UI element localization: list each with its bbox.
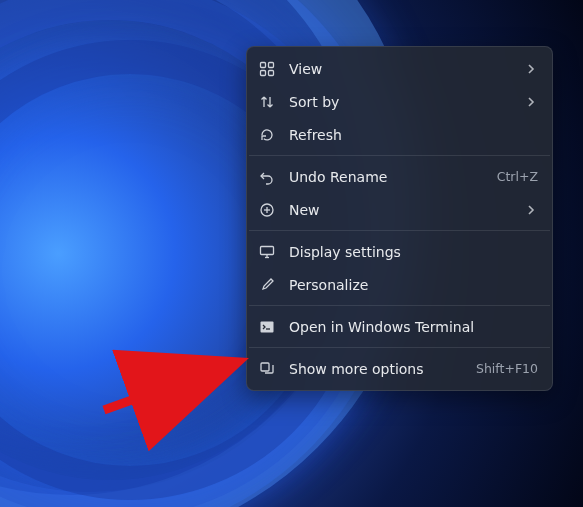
menu-item-display-settings[interactable]: Display settings [247,235,552,268]
svg-rect-12 [261,363,269,371]
svg-rect-2 [261,70,266,75]
menu-item-label: Personalize [289,277,538,293]
new-icon [259,202,275,218]
menu-item-label: Sort by [289,94,524,110]
menu-item-undo[interactable]: Undo Rename Ctrl+Z [247,160,552,193]
menu-separator [249,305,550,306]
terminal-icon [259,319,275,335]
menu-item-label: View [289,61,524,77]
menu-item-refresh[interactable]: Refresh [247,118,552,151]
menu-item-label: New [289,202,524,218]
menu-separator [249,230,550,231]
chevron-right-icon [524,62,538,76]
menu-separator [249,347,550,348]
menu-item-label: Show more options [289,361,468,377]
view-icon [259,61,275,77]
menu-item-label: Display settings [289,244,538,260]
menu-item-view[interactable]: View [247,52,552,85]
menu-item-new[interactable]: New [247,193,552,226]
menu-item-shortcut: Shift+F10 [476,361,538,376]
svg-rect-0 [261,62,266,67]
menu-item-terminal[interactable]: Open in Windows Terminal [247,310,552,343]
menu-item-label: Undo Rename [289,169,489,185]
chevron-right-icon [524,203,538,217]
menu-separator [249,155,550,156]
display-icon [259,244,275,260]
sort-icon [259,94,275,110]
menu-item-shortcut: Ctrl+Z [497,169,538,184]
undo-icon [259,169,275,185]
svg-rect-1 [269,62,274,67]
menu-item-label: Open in Windows Terminal [289,319,538,335]
menu-item-sort[interactable]: Sort by [247,85,552,118]
menu-item-personalize[interactable]: Personalize [247,268,552,301]
svg-rect-7 [261,246,274,254]
refresh-icon [259,127,275,143]
svg-rect-10 [261,321,274,332]
menu-item-show-more-options[interactable]: Show more options Shift+F10 [247,352,552,385]
desktop-context-menu: View Sort by Refresh Undo Rename Ctrl+Z … [246,46,553,391]
more-options-icon [259,361,275,377]
menu-item-label: Refresh [289,127,538,143]
svg-rect-3 [269,70,274,75]
chevron-right-icon [524,95,538,109]
personalize-icon [259,277,275,293]
